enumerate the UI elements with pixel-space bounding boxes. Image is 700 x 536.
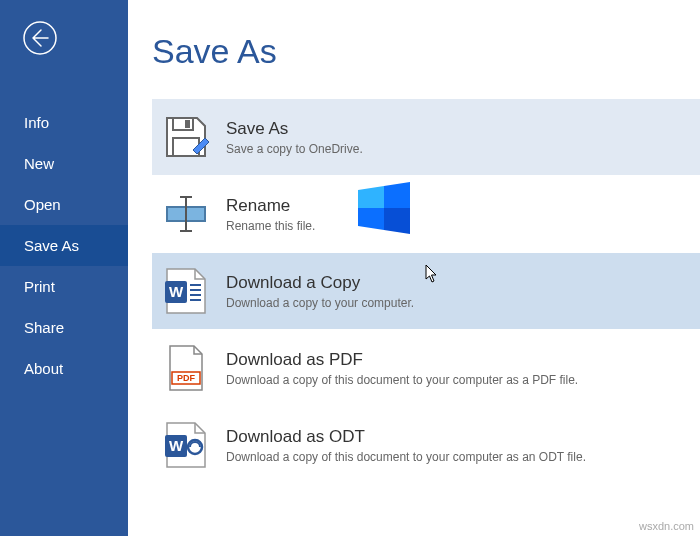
option-title: Download as PDF <box>226 350 578 370</box>
svg-marker-17 <box>384 182 410 208</box>
svg-marker-18 <box>358 208 384 230</box>
sidebar-item-label: New <box>24 155 54 172</box>
svg-rect-2 <box>185 120 190 128</box>
option-save-as[interactable]: Save As Save a copy to OneDrive. <box>152 99 700 176</box>
sidebar-item-label: About <box>24 360 63 377</box>
watermark: wsxdn.com <box>639 520 694 532</box>
save-as-icon <box>162 113 210 161</box>
option-title: Save As <box>226 119 363 139</box>
option-text: Download a Copy Download a copy to your … <box>226 273 414 310</box>
odt-icon: W <box>162 421 210 469</box>
back-arrow-icon <box>22 20 58 56</box>
main-panel: Save As Save As Save a copy to O <box>128 0 700 536</box>
sidebar: Info New Open Save As Print Share About <box>0 0 128 536</box>
svg-marker-19 <box>384 208 410 234</box>
sidebar-item-label: Open <box>24 196 61 213</box>
option-title: Rename <box>226 196 315 216</box>
sidebar-item-label: Share <box>24 319 64 336</box>
page-title: Save As <box>152 32 700 71</box>
sidebar-item-new[interactable]: New <box>0 143 128 184</box>
option-text: Rename Rename this file. <box>226 196 315 233</box>
option-title: Download as ODT <box>226 427 586 447</box>
option-desc: Save a copy to OneDrive. <box>226 142 363 156</box>
option-text: Download as PDF Download a copy of this … <box>226 350 578 387</box>
rename-icon <box>162 190 210 238</box>
option-list: Save As Save a copy to OneDrive. Rename … <box>152 99 700 484</box>
option-download-odt[interactable]: W Download as ODT Download a copy of thi… <box>152 407 700 484</box>
windows-logo-overlay-icon <box>358 182 410 234</box>
option-text: Save As Save a copy to OneDrive. <box>226 119 363 156</box>
sidebar-item-open[interactable]: Open <box>0 184 128 225</box>
sidebar-item-print[interactable]: Print <box>0 266 128 307</box>
svg-marker-16 <box>358 186 384 208</box>
word-doc-icon: W <box>162 267 210 315</box>
option-download-pdf[interactable]: PDF Download as PDF Download a copy of t… <box>152 330 700 407</box>
mouse-cursor-icon <box>425 264 439 284</box>
option-desc: Download a copy to your computer. <box>226 296 414 310</box>
svg-text:W: W <box>169 437 184 454</box>
svg-text:PDF: PDF <box>177 373 196 383</box>
option-text: Download as ODT Download a copy of this … <box>226 427 586 464</box>
sidebar-item-about[interactable]: About <box>0 348 128 389</box>
pdf-icon: PDF <box>162 344 210 392</box>
option-desc: Download a copy of this document to your… <box>226 373 578 387</box>
option-title: Download a Copy <box>226 273 414 293</box>
sidebar-item-label: Info <box>24 114 49 131</box>
sidebar-item-label: Print <box>24 278 55 295</box>
svg-rect-3 <box>173 138 199 156</box>
sidebar-item-share[interactable]: Share <box>0 307 128 348</box>
svg-text:W: W <box>169 283 184 300</box>
option-desc: Download a copy of this document to your… <box>226 450 586 464</box>
sidebar-item-save-as[interactable]: Save As <box>0 225 128 266</box>
option-rename[interactable]: Rename Rename this file. <box>152 176 700 253</box>
back-button[interactable] <box>20 18 60 58</box>
sidebar-item-label: Save As <box>24 237 79 254</box>
sidebar-item-info[interactable]: Info <box>0 102 128 143</box>
option-desc: Rename this file. <box>226 219 315 233</box>
